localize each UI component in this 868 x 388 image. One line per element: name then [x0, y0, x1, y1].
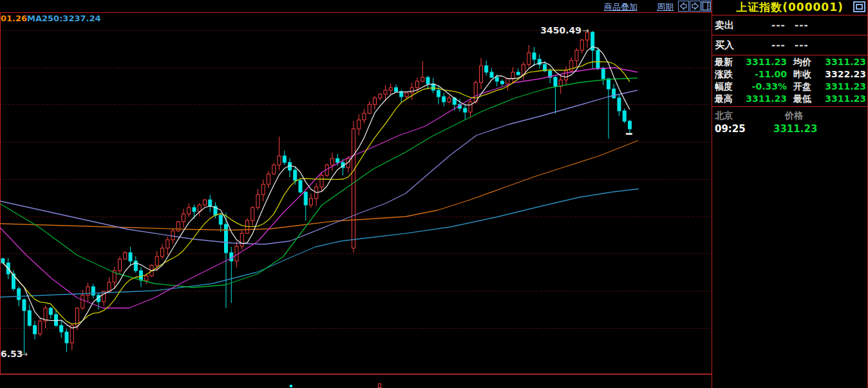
candle-body: [86, 287, 90, 295]
candle-body: [23, 300, 26, 311]
tick-price: 3311.23: [773, 123, 817, 135]
quote-label: 最高: [712, 93, 743, 105]
candle-body: [60, 325, 63, 332]
candle-body: [389, 88, 392, 90]
candle-body: [607, 79, 610, 89]
candle-body: [357, 120, 361, 129]
candle-body: [304, 192, 307, 205]
candle-body: [118, 259, 122, 271]
candle-body: [618, 98, 621, 111]
candle-body: [490, 72, 493, 77]
candle-body: [28, 311, 31, 325]
candle-body: [91, 287, 95, 295]
scroll-right-icon[interactable]: [690, 1, 701, 12]
candle-body: [623, 111, 626, 121]
ma-line-ma120: [0, 141, 638, 230]
candle-body: [421, 77, 424, 81]
period-link[interactable]: 周期: [657, 1, 674, 13]
buy-volume-placeholder: ---: [795, 39, 809, 51]
sell-label: 卖出: [715, 19, 734, 32]
quote-value: 3322.23: [818, 68, 867, 81]
quote-row: 幅度-0.33%开盘3311.23: [712, 81, 867, 93]
ma-line-ma20: [0, 68, 637, 308]
candle-body: [410, 88, 413, 93]
candle-body: [155, 257, 158, 266]
quote-grid: 最新3311.23均价3311.23涨跌-11.00昨收3322.23幅度-0.…: [712, 55, 867, 107]
toolbar-divider: [0, 12, 712, 13]
candle-body: [182, 214, 185, 222]
candle-body: [320, 175, 323, 187]
trading-terminal: 3450.49→6.53→01.26MA250:3237.24 商品叠加 周期 …: [0, 0, 868, 388]
instrument-title: 上证指数(000001): [712, 0, 867, 15]
candle-body: [628, 121, 632, 129]
candle-body: [187, 208, 191, 214]
candle-body: [474, 82, 477, 102]
candle-body: [209, 200, 212, 206]
candle-body: [612, 89, 616, 98]
candle-body: [240, 233, 243, 246]
candle-body: [39, 321, 42, 334]
ma-line-ma60: [0, 90, 637, 244]
quote-label: 最低: [787, 93, 818, 105]
candle-body: [299, 180, 302, 192]
quote-value: -0.33%: [743, 81, 787, 93]
chart-toolbar: 商品叠加 周期: [0, 0, 712, 12]
candle-body: [516, 72, 520, 75]
quote-label: 均价: [787, 56, 818, 68]
candle-body: [331, 159, 334, 165]
volume-stub-up: [379, 384, 381, 388]
candle-body: [506, 79, 509, 84]
overlay-link[interactable]: 商品叠加: [604, 1, 637, 13]
candle-body: [171, 231, 175, 240]
quote-value: 3311.23: [818, 56, 867, 68]
candle-body: [511, 72, 514, 79]
ma-line-ma250: [0, 189, 639, 297]
tick-price-header: 价格: [785, 110, 803, 122]
quote-row: 涨跌-11.00昨收3322.23: [712, 68, 867, 81]
candle-body: [203, 200, 207, 205]
candle-body: [596, 50, 599, 68]
candle-body: [480, 66, 483, 82]
candle-body: [416, 81, 419, 88]
candle-body: [336, 159, 339, 162]
candle-body: [565, 71, 568, 80]
quote-value: 3311.23: [818, 93, 867, 105]
ma-line-ma30: [0, 78, 637, 287]
candle-body: [193, 208, 196, 211]
candle-body: [464, 108, 467, 112]
candle-body: [278, 156, 281, 165]
sell-row: 卖出 --- ---: [712, 15, 867, 35]
quote-value: 3311.23: [818, 81, 867, 93]
candle-body: [251, 208, 254, 220]
candle-body: [352, 129, 355, 248]
quote-value: -11.00: [743, 68, 787, 81]
candle-body: [533, 53, 536, 59]
candle-body: [256, 195, 259, 208]
candle-body: [129, 253, 132, 261]
scroll-left-icon[interactable]: [678, 1, 689, 12]
candle-body: [395, 88, 398, 92]
candle-body: [65, 332, 68, 343]
sell-volume-placeholder: ---: [795, 19, 809, 31]
candle-body: [448, 98, 451, 102]
candle-body: [225, 224, 228, 253]
candle-body: [580, 40, 583, 50]
candlestick-chart[interactable]: 3450.49→6.53→01.26MA250:3237.24: [0, 0, 712, 388]
volume-stub-down: [290, 385, 292, 387]
restore-window-icon[interactable]: [853, 1, 865, 12]
quote-label: 幅度: [712, 81, 743, 93]
tick-row: 09:253311.23: [712, 122, 867, 137]
candle-body: [554, 77, 557, 86]
candle-body: [108, 282, 111, 291]
candle-body: [1, 258, 5, 263]
layout-panel-icon[interactable]: [701, 1, 712, 12]
ma-legend-ma250: MA250:3237.24: [27, 14, 101, 23]
candle-body: [437, 90, 440, 97]
candle-body: [267, 174, 270, 184]
quote-panel: 上证指数(000001) 卖出 --- --- 买入 --- --- 最新331…: [712, 0, 868, 388]
candle-body: [363, 113, 366, 120]
low-price-label: 6.53: [1, 349, 23, 359]
candle-body: [17, 289, 21, 300]
candle-body: [368, 104, 371, 113]
candle-body: [527, 53, 531, 64]
